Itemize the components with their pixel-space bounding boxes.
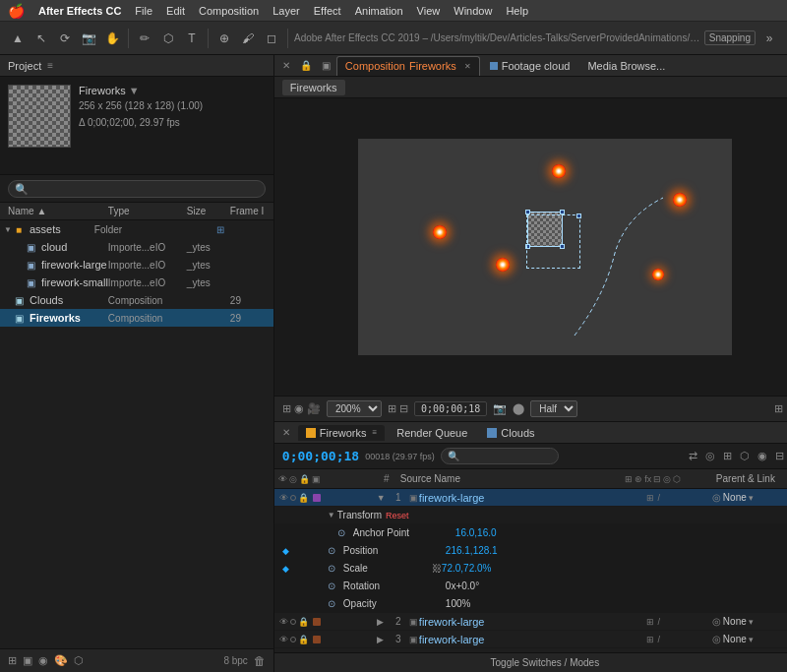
comp-canvas xyxy=(358,139,732,355)
list-item-clouds[interactable]: ▣ Clouds Composition 29 xyxy=(0,291,273,309)
snapping-toggle[interactable]: Snapping xyxy=(704,31,756,45)
menubar-view[interactable]: View xyxy=(417,5,441,17)
tool-camera[interactable]: 📷 xyxy=(79,29,98,48)
comp-lock-icon: 🔒 xyxy=(296,60,316,71)
project-search-input[interactable] xyxy=(8,180,266,198)
tl-icon-5[interactable]: ◉ xyxy=(756,450,769,462)
comp-viewer[interactable] xyxy=(274,98,787,396)
prop-value-rotation[interactable]: 0x+0.0° xyxy=(446,580,787,591)
lr-expand-1[interactable]: ▼ xyxy=(377,493,389,503)
list-item-firework-small[interactable]: ▣ firework-small Importe...eIO _ytes xyxy=(0,274,273,291)
lr-parent-dd-1[interactable]: ▾ xyxy=(749,493,754,503)
list-item-assets[interactable]: ▼ ■ assets Folder ⊞ xyxy=(0,220,273,238)
prop-value-anchor[interactable]: 16.0,16.0 xyxy=(455,527,787,538)
tab-composition-fireworks[interactable]: Composition Fireworks ✕ xyxy=(336,56,480,76)
project-search-bar xyxy=(0,175,273,203)
tool-clone[interactable]: ⊕ xyxy=(214,29,234,48)
tool-arrow[interactable]: ↖ xyxy=(31,29,51,48)
menubar-composition[interactable]: Composition xyxy=(199,5,259,17)
menubar-file[interactable]: File xyxy=(135,5,152,17)
lr-solo-1[interactable] xyxy=(290,495,296,501)
menubar-animation[interactable]: Animation xyxy=(355,5,403,17)
lr-eye-3[interactable]: 👁 xyxy=(278,635,289,644)
layer-row-1[interactable]: 👁 🔒 ▼ 1 ▣ firework-large ⊞ / xyxy=(274,489,787,507)
tool-text[interactable]: T xyxy=(182,29,202,48)
toolbar-more[interactable]: » xyxy=(759,29,779,48)
tl-icon-2[interactable]: ◎ xyxy=(703,450,717,462)
ls2-1[interactable]: ⊞ xyxy=(645,617,655,627)
ls-1[interactable]: ⊞ xyxy=(645,493,655,503)
panel-menu-icon[interactable]: ≡ xyxy=(47,60,53,71)
lr-solo-2[interactable] xyxy=(290,619,296,625)
tl-icon-6[interactable]: ⊟ xyxy=(773,450,786,462)
lr-lock-2[interactable]: 🔒 xyxy=(297,617,310,627)
list-item-cloud[interactable]: ▣ cloud Importe...eIO _ytes xyxy=(0,238,273,256)
menubar-edit[interactable]: Edit xyxy=(166,5,185,17)
layer-row-3[interactable]: 👁 🔒 ▶ 3 ▣ firework-large ⊞ / xyxy=(274,631,787,648)
comp-close-btn[interactable]: ✕ xyxy=(278,60,294,71)
color-icon[interactable]: 🎨 xyxy=(54,654,68,667)
ls3-2[interactable]: / xyxy=(657,635,662,644)
ls2-2[interactable]: / xyxy=(657,617,662,627)
tl-search-input[interactable] xyxy=(441,448,559,464)
layer-row-2[interactable]: 👁 🔒 ▶ 2 ▣ firework-large ⊞ / xyxy=(274,613,787,631)
lr-eye-1[interactable]: 👁 xyxy=(278,493,289,503)
new-folder-icon[interactable]: ⊞ xyxy=(8,654,17,667)
tool-paint[interactable]: 🖌 xyxy=(238,29,258,48)
tl-menu-icon: ≡ xyxy=(373,428,378,437)
transform-header[interactable]: ▼ Transform Reset xyxy=(274,507,787,524)
toolbar: ▲ ↖ ⟳ 📷 ✋ ✏ ⬡ T ⊕ 🖌 ◻ Adobe After Effect… xyxy=(0,22,787,55)
menubar-help[interactable]: Help xyxy=(506,5,528,17)
ls-2[interactable]: / xyxy=(657,493,662,503)
lr-expand-2[interactable]: ▶ xyxy=(377,617,389,627)
delete-icon[interactable]: 🗑 xyxy=(254,654,266,668)
lr-parent-dd-2[interactable]: ▾ xyxy=(749,617,754,627)
menubar-window[interactable]: Window xyxy=(454,5,492,17)
prop-value-position[interactable]: 216.1,128.1 xyxy=(446,545,787,556)
prop-value-opacity[interactable]: 100% xyxy=(446,598,787,609)
tool-rotate[interactable]: ⟳ xyxy=(55,29,75,48)
menubar-layer[interactable]: Layer xyxy=(272,5,300,17)
col-switches: ⊞ ⊛ fx ⊟ ◎ ⬡ xyxy=(594,474,712,484)
tool-pen[interactable]: ✏ xyxy=(135,29,154,48)
tl-icon-3[interactable]: ⊞ xyxy=(721,450,734,462)
menubar-effect[interactable]: Effect xyxy=(314,5,341,17)
lr-lock-3[interactable]: 🔒 xyxy=(297,635,310,644)
tl-icon-4[interactable]: ⬡ xyxy=(738,450,752,462)
toggle-switches-modes[interactable]: Toggle Switches / Modes xyxy=(491,657,600,668)
tl-close-btn[interactable]: ✕ xyxy=(278,427,294,438)
reset-button[interactable]: Reset xyxy=(382,511,413,520)
apple-menu[interactable]: 🍎 xyxy=(8,3,25,19)
lr-expand-3[interactable]: ▶ xyxy=(377,635,389,644)
quality-select[interactable]: Half xyxy=(530,400,577,417)
tab-footage-cloud[interactable]: Footage cloud xyxy=(482,56,578,76)
item-icon-extra: ⊞ xyxy=(216,224,230,235)
tab-render-queue[interactable]: Render Queue xyxy=(389,425,475,441)
tool-mask[interactable]: ⬡ xyxy=(158,29,178,48)
tl-icon-1[interactable]: ⇄ xyxy=(687,450,699,462)
layer-list: 👁 ◎ 🔒 ▣ # Source Name ⊞ ⊛ fx ⊟ ◎ xyxy=(274,469,787,652)
interpret-icon[interactable]: ⬡ xyxy=(74,654,84,667)
list-header: Name ▲ Type Size Frame I xyxy=(0,203,273,220)
lr-lock-1[interactable]: 🔒 xyxy=(297,493,310,503)
lr-eye-2[interactable]: 👁 xyxy=(278,617,289,627)
tool-eraser[interactable]: ◻ xyxy=(262,29,281,48)
ls3-1[interactable]: ⊞ xyxy=(645,635,655,644)
prop-row-position: ◆ ⊙ Position 216.1,128.1 ⊙ xyxy=(274,542,787,560)
prop-value-scale[interactable]: 72.0,72.0% xyxy=(442,563,787,574)
find-icon[interactable]: ◉ xyxy=(38,654,48,667)
new-comp-icon[interactable]: ▣ xyxy=(23,654,32,667)
list-item-firework-large[interactable]: ▣ firework-large Importe...eIO _ytes xyxy=(0,256,273,274)
zoom-select[interactable]: 200% xyxy=(327,400,382,417)
lr-icons-2: 👁 🔒 xyxy=(278,617,377,627)
tab-fireworks-timeline[interactable]: Fireworks ≡ xyxy=(298,425,385,441)
lr-parent-dd-3[interactable]: ▾ xyxy=(749,635,754,644)
tool-pan[interactable]: ✋ xyxy=(102,29,122,48)
comp-sub-tab-fireworks[interactable]: Fireworks xyxy=(282,80,345,95)
tool-select[interactable]: ▲ xyxy=(8,29,28,48)
list-item-fireworks[interactable]: ▣ Fireworks Composition 29 xyxy=(0,309,273,327)
lr-solo-3[interactable] xyxy=(290,637,296,642)
lr-switches-1: ⊞ / xyxy=(594,493,712,503)
tab-clouds-timeline[interactable]: Clouds xyxy=(479,425,542,441)
tab-media-browser[interactable]: Media Browse... xyxy=(579,56,673,76)
